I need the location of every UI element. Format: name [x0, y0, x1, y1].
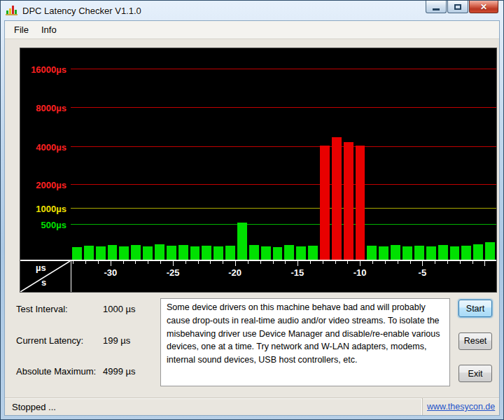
- x-tick-mark: [160, 261, 161, 264]
- x-tick-mark: [235, 261, 236, 266]
- reset-button[interactable]: Reset: [458, 332, 492, 350]
- latency-bar: [367, 246, 377, 260]
- thesycon-link[interactable]: www.thesycon.de: [427, 402, 495, 412]
- close-button[interactable]: ✕: [469, 1, 498, 13]
- x-tick-mark: [447, 261, 448, 264]
- latency-bar: [131, 245, 141, 260]
- close-icon: ✕: [480, 2, 487, 12]
- latency-bar: [485, 242, 495, 260]
- menu-info[interactable]: Info: [35, 22, 63, 37]
- button-column: Start Reset Exit: [458, 298, 493, 386]
- chart-body: 16000µs8000µs4000µs2000µs1000µs500µs: [20, 48, 496, 261]
- driver-advice-textbox: Some device drivers on this machine beha…: [160, 298, 450, 386]
- stat-row: Test Interval: 1000 µs: [16, 304, 160, 314]
- x-tick-mark: [273, 261, 274, 264]
- x-tick-mark: [435, 261, 435, 264]
- x-tick-label--30: -30: [104, 267, 117, 278]
- stat-label: Current Latency:: [16, 335, 103, 346]
- latency-bar: [178, 245, 188, 260]
- latency-bar: [261, 246, 271, 260]
- axis-corner: µs s: [20, 261, 71, 292]
- latency-bar: [356, 146, 365, 260]
- x-tick-mark: [460, 261, 461, 264]
- latency-bar: [473, 244, 483, 260]
- x-tick-mark: [360, 261, 360, 266]
- x-axis: -30-25-20-15-10-5: [71, 261, 496, 292]
- bottom-panel: Test Interval: 1000 µs Current Latency: …: [16, 298, 493, 386]
- x-tick-mark: [111, 261, 111, 266]
- start-button[interactable]: Start: [458, 300, 492, 317]
- y-tick-label-16000: 16000µs: [31, 64, 66, 75]
- latency-bar: [273, 247, 283, 260]
- latency-bar: [202, 246, 211, 260]
- latency-bar: [438, 245, 448, 260]
- latency-bar: [119, 246, 129, 260]
- latency-bar: [402, 246, 412, 260]
- x-tick-mark: [323, 261, 323, 264]
- app-icon: [6, 5, 18, 16]
- link-pane: www.thesycon.de: [422, 398, 499, 415]
- x-tick-label--5: -5: [419, 267, 427, 278]
- latency-bar: [84, 246, 94, 260]
- y-tick-label-1000: 1000µs: [36, 204, 66, 214]
- x-tick-mark: [484, 261, 485, 266]
- latency-bar: [237, 223, 247, 260]
- latency-bar: [391, 245, 400, 260]
- y-axis-labels: 16000µs8000µs4000µs2000µs1000µs500µs: [20, 48, 71, 260]
- window-title: DPC Latency Checker V1.1.0: [22, 6, 141, 16]
- stat-value: 199 µs: [103, 335, 130, 346]
- y-tick-label-8000: 8000µs: [36, 103, 66, 113]
- bar-series: [72, 48, 495, 260]
- minimize-icon: [433, 8, 440, 10]
- latency-bar: [461, 246, 471, 260]
- latency-bar: [167, 246, 176, 260]
- stat-label: Test Interval:: [16, 304, 103, 314]
- x-tick-mark: [223, 261, 223, 264]
- x-tick-mark: [260, 261, 261, 264]
- latency-bar: [249, 245, 259, 260]
- plot-area: [71, 48, 496, 260]
- x-tick-mark: [173, 261, 174, 266]
- x-tick-label--25: -25: [167, 267, 180, 278]
- stat-value: 1000 µs: [103, 304, 136, 314]
- x-tick-mark: [472, 261, 473, 264]
- x-tick-mark: [248, 261, 248, 264]
- x-tick-label--15: -15: [291, 267, 304, 278]
- y-tick-label-500: 500µs: [41, 219, 66, 230]
- stat-row: Absolute Maximum: 4999 µs: [16, 366, 160, 377]
- stat-value: 4999 µs: [103, 366, 136, 377]
- app-window: DPC Latency Checker V1.1.0 ✕ File Info 1…: [0, 0, 504, 420]
- status-bar: Stopped ... www.thesycon.de: [5, 398, 499, 415]
- x-tick-mark: [298, 261, 298, 266]
- y-tick-label-2000: 2000µs: [36, 179, 66, 190]
- x-tick-mark: [422, 261, 423, 266]
- stat-row: Current Latency: 199 µs: [16, 335, 160, 346]
- latency-bar: [284, 245, 294, 260]
- latency-bar: [379, 246, 388, 260]
- latency-bar: [414, 246, 424, 260]
- x-tick-mark: [385, 261, 386, 264]
- exit-button[interactable]: Exit: [458, 365, 492, 382]
- x-tick-mark: [186, 261, 186, 264]
- x-tick-label--20: -20: [228, 267, 241, 278]
- x-tick-mark: [123, 261, 124, 264]
- x-tick-mark: [310, 261, 311, 264]
- titlebar[interactable]: DPC Latency Checker V1.1.0 ✕: [4, 1, 500, 20]
- minimize-button[interactable]: [426, 1, 447, 13]
- x-tick-mark: [347, 261, 348, 264]
- x-tick-mark: [335, 261, 336, 264]
- latency-bar: [296, 246, 306, 260]
- maximize-icon: [454, 4, 461, 10]
- latency-bar: [155, 244, 164, 260]
- x-axis-row: µs s -30-25-20-15-10-5: [20, 261, 496, 292]
- menu-bar: File Info: [5, 21, 499, 39]
- maximize-button[interactable]: [447, 1, 468, 13]
- latency-bar: [190, 246, 200, 260]
- menu-file[interactable]: File: [8, 22, 35, 37]
- x-tick-label--10: -10: [354, 267, 367, 278]
- x-tick-mark: [410, 261, 411, 264]
- x-tick-mark: [372, 261, 373, 264]
- x-tick-mark: [135, 261, 136, 264]
- x-tick-mark: [285, 261, 286, 264]
- latency-bar: [96, 246, 106, 260]
